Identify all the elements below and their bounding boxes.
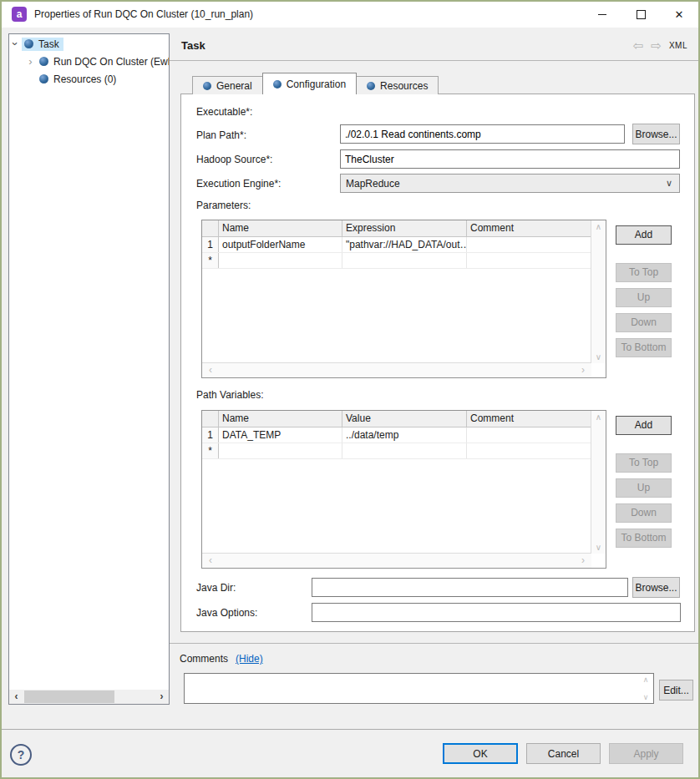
back-arrow-icon[interactable]: ⇦: [633, 39, 644, 52]
scroll-down-icon[interactable]: ∨: [591, 352, 606, 362]
path-variables-to-bottom-button[interactable]: To Bottom: [616, 529, 672, 548]
java-options-input[interactable]: [312, 603, 681, 622]
table-row-new[interactable]: *: [202, 443, 591, 459]
tree-item-label: Run DQC On Cluster (Ewl: [53, 56, 170, 68]
parameters-label: Parameters:: [196, 200, 251, 211]
java-options-label: Java Options:: [196, 607, 257, 619]
tab-bar: General Configuration Resources: [192, 73, 438, 94]
cell-expression[interactable]: "pathvar://HAD_DATA/out…: [342, 237, 467, 252]
column-header[interactable]: Expression: [342, 220, 467, 236]
comments-hide-link[interactable]: (Hide): [236, 653, 263, 665]
java-dir-input[interactable]: [312, 578, 628, 597]
cell-name[interactable]: outputFolderName: [219, 237, 342, 252]
cell-comment[interactable]: [467, 237, 591, 252]
tab-sphere-icon: [273, 80, 282, 89]
scrollbar-thumb[interactable]: [24, 690, 114, 703]
comments-edit-button[interactable]: Edit...: [659, 680, 693, 701]
scroll-up-icon[interactable]: ∧: [591, 412, 606, 422]
java-dir-browse-button[interactable]: Browse...: [632, 577, 680, 598]
tab-label: Resources: [380, 80, 428, 92]
path-variables-down-button[interactable]: Down: [616, 503, 672, 523]
tab-sphere-icon: [203, 82, 211, 90]
plan-path-label: Plan Path*:: [196, 129, 246, 141]
maximize-button[interactable]: [621, 2, 660, 28]
node-sphere-icon: [24, 39, 33, 48]
java-dir-label: Java Dir:: [196, 582, 236, 594]
minimize-button[interactable]: [583, 2, 621, 28]
column-header[interactable]: Comment: [467, 411, 591, 427]
cancel-button[interactable]: Cancel: [526, 743, 601, 764]
tab-sphere-icon: [367, 82, 375, 90]
chevron-down-icon[interactable]: ›: [9, 38, 22, 50]
path-variables-add-button[interactable]: Add: [616, 416, 672, 435]
path-variables-label: Path Variables:: [196, 389, 264, 401]
apply-button[interactable]: Apply: [609, 743, 683, 764]
help-button[interactable]: ?: [10, 744, 32, 766]
table-row[interactable]: 1 outputFolderName "pathvar://HAD_DATA/o…: [202, 237, 591, 253]
scroll-left-icon[interactable]: ‹: [205, 364, 216, 376]
hadoop-source-input[interactable]: [340, 149, 680, 169]
tab-configuration[interactable]: Configuration: [262, 73, 357, 94]
tab-label: Configuration: [287, 78, 346, 90]
cell-value[interactable]: ../data/temp: [342, 427, 467, 443]
comments-scrollbar[interactable]: ∧ ∨: [640, 675, 652, 701]
node-sphere-icon: [39, 74, 48, 83]
column-header[interactable]: Value: [342, 411, 467, 427]
plan-path-browse-button[interactable]: Browse...: [632, 124, 680, 144]
app-icon: a: [12, 7, 27, 22]
executable-label: Executable*:: [196, 106, 252, 118]
execution-engine-select[interactable]: MapReduce ∨: [340, 174, 680, 193]
scroll-left-icon[interactable]: ‹: [205, 554, 216, 566]
path-variables-table: Name Value Comment 1 DATA_TEMP ../data/t…: [201, 410, 606, 569]
table-horizontal-scrollbar[interactable]: ‹ ›: [202, 362, 591, 377]
parameters-down-button[interactable]: Down: [616, 313, 672, 332]
column-header[interactable]: Name: [219, 411, 342, 427]
scroll-right-icon[interactable]: ›: [577, 364, 589, 376]
scroll-left-icon[interactable]: ‹: [9, 690, 23, 704]
table-row-new[interactable]: *: [202, 253, 591, 269]
chevron-right-icon[interactable]: ›: [24, 55, 37, 68]
column-header[interactable]: Name: [219, 220, 342, 236]
comments-textarea[interactable]: ∧ ∨: [184, 673, 654, 704]
table-horizontal-scrollbar[interactable]: ‹ ›: [202, 553, 591, 568]
properties-dialog: a Properties of Run DQC On Cluster (10_r…: [0, 0, 700, 779]
tree-item-selection[interactable]: Task: [22, 38, 63, 51]
parameters-to-bottom-button[interactable]: To Bottom: [616, 338, 672, 357]
scroll-right-icon[interactable]: ›: [577, 554, 589, 566]
execution-engine-label: Execution Engine*:: [196, 178, 281, 190]
tree-item-label: Task: [38, 38, 59, 50]
tree-item-run-dqc[interactable]: › Run DQC On Cluster (Ewl: [24, 53, 169, 69]
scroll-up-icon[interactable]: ∧: [591, 222, 606, 231]
window-controls: ✕: [583, 2, 698, 28]
scroll-right-icon[interactable]: ›: [155, 690, 169, 704]
close-icon: ✕: [675, 9, 684, 20]
scroll-up-icon[interactable]: ∧: [643, 675, 649, 684]
chevron-down-icon: ∨: [666, 178, 672, 189]
path-variables-to-top-button[interactable]: To Top: [616, 453, 672, 473]
tab-resources[interactable]: Resources: [356, 76, 439, 94]
navigation-tree: › Task › Run DQC On Cluster (Ewl Resourc…: [8, 33, 170, 705]
tree-horizontal-scrollbar[interactable]: ‹ ›: [9, 690, 169, 704]
xml-toggle[interactable]: XML: [669, 41, 687, 50]
tree-item-task[interactable]: › Task: [9, 36, 169, 52]
column-header[interactable]: Comment: [467, 220, 591, 236]
parameters-to-top-button[interactable]: To Top: [616, 263, 672, 282]
cell-comment[interactable]: [467, 427, 591, 443]
tree-item-resources[interactable]: Resources (0): [24, 71, 169, 87]
table-row[interactable]: 1 DATA_TEMP ../data/temp: [202, 427, 591, 443]
comments-label: Comments: [180, 653, 228, 665]
parameters-add-button[interactable]: Add: [616, 225, 672, 245]
ok-button[interactable]: OK: [443, 743, 518, 764]
path-variables-up-button[interactable]: Up: [616, 478, 672, 498]
parameters-up-button[interactable]: Up: [616, 288, 672, 307]
close-button[interactable]: ✕: [660, 2, 698, 28]
table-vertical-scrollbar[interactable]: ∧ ∨: [591, 411, 606, 554]
forward-arrow-icon[interactable]: ⇨: [651, 39, 662, 52]
row-number: 1: [202, 427, 219, 443]
plan-path-input[interactable]: [340, 124, 625, 144]
cell-name[interactable]: DATA_TEMP: [219, 427, 342, 443]
table-vertical-scrollbar[interactable]: ∧ ∨: [591, 220, 606, 363]
tab-general[interactable]: General: [192, 76, 263, 94]
scroll-down-icon[interactable]: ∨: [591, 543, 606, 552]
scroll-down-icon[interactable]: ∨: [643, 693, 649, 701]
